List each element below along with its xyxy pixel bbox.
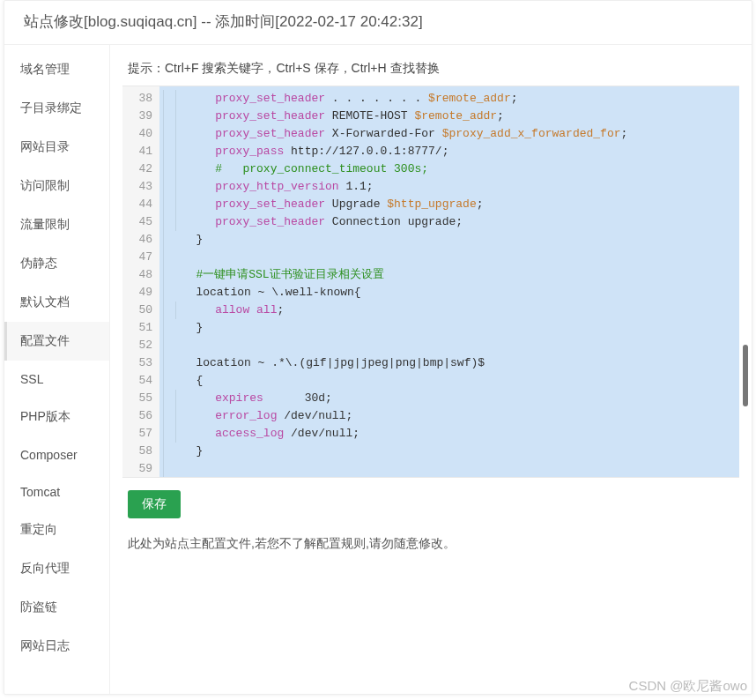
code-line[interactable]: proxy_set_header . . . . . . . $remote_a… bbox=[163, 90, 739, 108]
panel-title: 站点修改[blog.suqiqaq.cn] -- 添加时间[2022-02-17… bbox=[4, 1, 752, 45]
code-line[interactable]: { bbox=[163, 372, 739, 390]
line-number: 52 bbox=[122, 337, 152, 354]
code-line[interactable] bbox=[163, 337, 739, 354]
sidebar-item-1[interactable]: 子目录绑定 bbox=[4, 89, 109, 128]
sidebar-item-0[interactable]: 域名管理 bbox=[4, 50, 109, 89]
code-line[interactable]: proxy_set_header Connection upgrade; bbox=[163, 213, 739, 231]
line-number: 54 bbox=[122, 372, 152, 390]
code-line[interactable]: error_log /dev/null; bbox=[163, 407, 739, 425]
main-content: 提示：Ctrl+F 搜索关键字，Ctrl+S 保存，Ctrl+H 查找替换 38… bbox=[110, 45, 752, 694]
code-line[interactable]: #一键申请SSL证书验证目录相关设置 bbox=[163, 266, 739, 284]
sidebar-item-15[interactable]: 网站日志 bbox=[4, 627, 109, 666]
line-number: 38 bbox=[122, 90, 152, 108]
code-line[interactable]: proxy_set_header REMOTE-HOST $remote_add… bbox=[163, 108, 739, 125]
config-note: 此处为站点主配置文件,若您不了解配置规则,请勿随意修改。 bbox=[110, 518, 752, 552]
code-line[interactable] bbox=[163, 249, 739, 266]
line-number: 39 bbox=[122, 108, 152, 125]
editor-code-area[interactable]: proxy_set_header . . . . . . . $remote_a… bbox=[159, 86, 739, 477]
sidebar-item-3[interactable]: 访问限制 bbox=[4, 167, 109, 205]
editor-actions: 保存 bbox=[110, 478, 752, 518]
code-line[interactable]: proxy_set_header Upgrade $http_upgrade; bbox=[163, 196, 739, 213]
code-line[interactable]: proxy_set_header X-Forwarded-For $proxy_… bbox=[163, 125, 739, 143]
sidebar-item-2[interactable]: 网站目录 bbox=[4, 128, 109, 167]
sidebar-item-4[interactable]: 流量限制 bbox=[4, 205, 109, 244]
code-line[interactable]: proxy_http_version 1.1; bbox=[163, 178, 739, 196]
code-line[interactable]: location ~ .*\.(gif|jpg|jpeg|png|bmp|swf… bbox=[163, 354, 739, 372]
line-number: 49 bbox=[122, 284, 152, 302]
line-number: 57 bbox=[122, 425, 152, 443]
line-number: 56 bbox=[122, 407, 152, 425]
line-number: 53 bbox=[122, 354, 152, 372]
sidebar-item-14[interactable]: 防盗链 bbox=[4, 588, 109, 627]
code-line[interactable] bbox=[163, 460, 739, 477]
code-line[interactable]: allow all; bbox=[163, 302, 739, 319]
code-line[interactable]: } bbox=[163, 443, 739, 460]
site-config-panel: 站点修改[blog.suqiqaq.cn] -- 添加时间[2022-02-17… bbox=[4, 0, 752, 695]
line-number: 50 bbox=[122, 302, 152, 319]
sidebar-item-5[interactable]: 伪静态 bbox=[4, 244, 109, 283]
line-number: 43 bbox=[122, 178, 152, 196]
line-number: 51 bbox=[122, 319, 152, 337]
sidebar-item-8[interactable]: SSL bbox=[4, 361, 109, 398]
code-line[interactable]: access_log /dev/null; bbox=[163, 425, 739, 443]
line-number: 42 bbox=[122, 160, 152, 178]
line-number: 55 bbox=[122, 390, 152, 407]
line-number: 41 bbox=[122, 143, 152, 160]
line-number: 45 bbox=[122, 213, 152, 231]
sidebar-item-12[interactable]: 重定向 bbox=[4, 510, 109, 549]
line-number: 58 bbox=[122, 443, 152, 460]
scrollbar-track[interactable] bbox=[743, 102, 750, 469]
scrollbar-thumb[interactable] bbox=[743, 345, 748, 406]
sidebar-item-10[interactable]: Composer bbox=[4, 436, 109, 473]
sidebar-item-13[interactable]: 反向代理 bbox=[4, 549, 109, 588]
editor-gutter: 3839404142434445464748495051525354555657… bbox=[122, 86, 159, 477]
line-number: 46 bbox=[122, 231, 152, 249]
sidebar-item-11[interactable]: Tomcat bbox=[4, 473, 109, 510]
sidebar-nav: 域名管理子目录绑定网站目录访问限制流量限制伪静态默认文档配置文件SSLPHP版本… bbox=[4, 45, 110, 694]
code-line[interactable]: # proxy_connect_timeout 300s; bbox=[163, 160, 739, 178]
code-line[interactable]: } bbox=[163, 231, 739, 249]
line-number: 44 bbox=[122, 196, 152, 213]
save-button[interactable]: 保存 bbox=[128, 490, 181, 518]
line-number: 48 bbox=[122, 266, 152, 284]
code-line[interactable]: expires 30d; bbox=[163, 390, 739, 407]
line-number: 47 bbox=[122, 249, 152, 266]
line-number: 59 bbox=[122, 460, 152, 478]
code-line[interactable]: location ~ \.well-known{ bbox=[163, 284, 739, 302]
panel-body: 域名管理子目录绑定网站目录访问限制流量限制伪静态默认文档配置文件SSLPHP版本… bbox=[4, 45, 752, 694]
sidebar-item-6[interactable]: 默认文档 bbox=[4, 283, 109, 322]
sidebar-item-9[interactable]: PHP版本 bbox=[4, 398, 109, 436]
editor-hint: 提示：Ctrl+F 搜索关键字，Ctrl+S 保存，Ctrl+H 查找替换 bbox=[110, 54, 752, 86]
sidebar-item-7[interactable]: 配置文件 bbox=[4, 322, 109, 361]
code-line[interactable]: proxy_pass http://127.0.0.1:8777/; bbox=[163, 143, 739, 160]
code-line[interactable]: } bbox=[163, 319, 739, 337]
config-editor[interactable]: 3839404142434445464748495051525354555657… bbox=[122, 86, 739, 478]
line-number: 40 bbox=[122, 125, 152, 143]
